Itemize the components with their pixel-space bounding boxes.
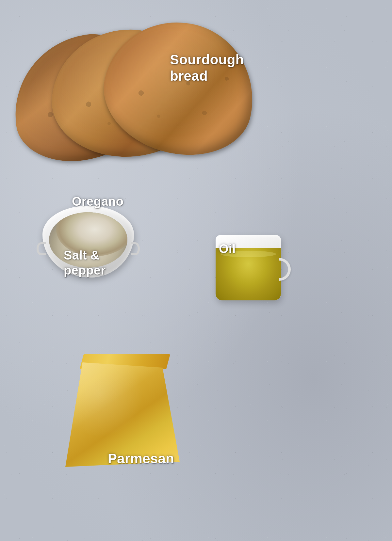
oregano-text: Oregano — [72, 195, 123, 208]
salt-line2: pepper — [64, 263, 106, 277]
label-salt-pepper: Salt & pepper — [64, 248, 106, 278]
parmesan-text: Parmesan — [108, 451, 174, 466]
bowl-handle-left — [37, 242, 46, 255]
oil-text: Oil — [219, 242, 236, 256]
oil-cup — [209, 215, 291, 300]
page-background: Sourdough bread Oregano Salt & pepper Oi… — [0, 0, 392, 541]
label-parmesan: Parmesan — [108, 451, 174, 467]
label-sourdough: Sourdough bread — [170, 52, 244, 85]
salt-line1: Salt & — [64, 248, 100, 262]
sourdough-line2: bread — [170, 68, 208, 84]
label-oil: Oil — [219, 242, 236, 257]
bread-group — [13, 10, 261, 180]
cup-handle — [279, 258, 291, 281]
bowl-handle-right — [131, 242, 140, 255]
label-oregano: Oregano — [72, 194, 123, 209]
sourdough-line1: Sourdough — [170, 52, 244, 67]
parmesan-wedge-container — [65, 343, 189, 467]
